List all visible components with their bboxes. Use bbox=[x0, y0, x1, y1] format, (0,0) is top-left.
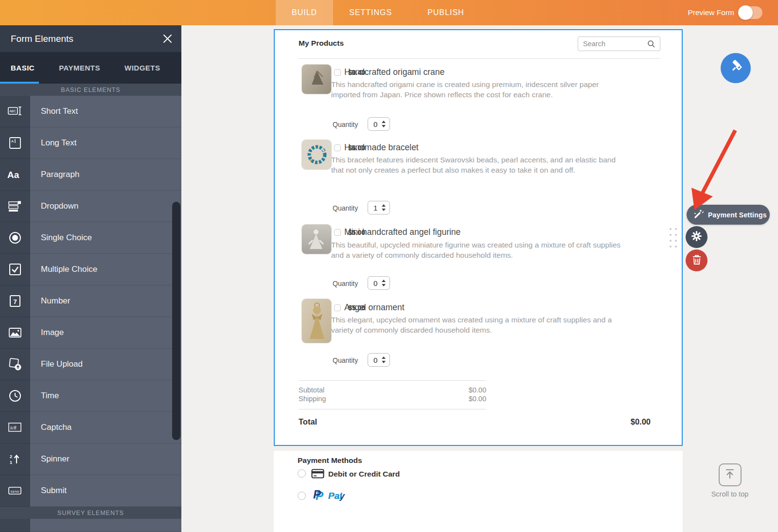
section-header-survey-elements: SURVEY ELEMENTS bbox=[0, 507, 181, 519]
element-multiple-choice[interactable]: Multiple Choice bbox=[0, 254, 181, 285]
element-image[interactable]: Image bbox=[0, 317, 181, 349]
paragraph-icon: Aa bbox=[0, 159, 30, 191]
element-paragraph[interactable]: Aa Paragraph bbox=[0, 159, 181, 191]
trash-icon bbox=[691, 254, 702, 267]
properties-button[interactable] bbox=[686, 226, 707, 248]
quantity-stepper[interactable]: 1 bbox=[368, 201, 390, 214]
gear-icon bbox=[691, 231, 702, 244]
product-description: This beautiful, upcycled miniature figur… bbox=[331, 240, 630, 260]
active-tab-underline bbox=[0, 82, 39, 84]
magic-wand-icon bbox=[693, 209, 704, 221]
scroll-to-top-button[interactable] bbox=[719, 463, 742, 486]
svg-text:SEND: SEND bbox=[11, 490, 20, 493]
credit-card-label: Debit or Credit Card bbox=[328, 470, 400, 479]
product-description: This handcrafted origami crane is create… bbox=[331, 79, 630, 100]
form-elements-panel: Form Elements BASIC PAYMENTS WIDGETS BAS… bbox=[0, 25, 181, 532]
stepper-down-icon[interactable] bbox=[382, 361, 386, 363]
divider bbox=[299, 409, 486, 409]
payment-methods-section[interactable]: Payment Methods Debit or Credit Card PP … bbox=[274, 451, 683, 532]
stepper-up-icon[interactable] bbox=[382, 356, 386, 359]
time-icon bbox=[0, 380, 30, 412]
product-image bbox=[301, 64, 332, 94]
element-spinner[interactable]: 21 Spinner bbox=[0, 443, 181, 475]
element-captcha[interactable]: ic8 Captcha bbox=[0, 412, 181, 443]
element-short-text[interactable]: ABC Short Text bbox=[0, 96, 181, 127]
stepper-down-icon[interactable] bbox=[382, 284, 386, 286]
element-time[interactable]: Time bbox=[0, 380, 181, 412]
quantity-label: Quantity bbox=[333, 204, 362, 212]
element-single-choice[interactable]: Single Choice bbox=[0, 222, 181, 254]
file-upload-icon bbox=[0, 349, 30, 380]
delete-button[interactable] bbox=[686, 249, 707, 271]
my-products-section[interactable]: My Products Handcrafted origami crane$0.… bbox=[274, 29, 683, 446]
svg-text:1: 1 bbox=[10, 460, 12, 465]
panel-tab-widgets[interactable]: WIDGETS bbox=[124, 64, 160, 72]
spinner-icon: 21 bbox=[0, 443, 30, 475]
paypal-radio[interactable] bbox=[298, 492, 306, 500]
subtotal-value: $0.00 bbox=[299, 386, 486, 394]
top-nav-tabs: BUILD SETTINGS PUBLISH bbox=[276, 0, 484, 25]
submit-icon: SEND bbox=[0, 475, 30, 507]
product-image bbox=[301, 140, 332, 170]
product-checkbox[interactable] bbox=[334, 69, 341, 76]
product-checkbox[interactable] bbox=[334, 304, 341, 311]
shipping-value: $0.00 bbox=[299, 395, 486, 403]
dropdown-icon bbox=[0, 191, 30, 222]
products-title: My Products bbox=[299, 39, 344, 48]
stepper-up-icon[interactable] bbox=[382, 280, 386, 282]
multiple-choice-icon bbox=[0, 254, 30, 285]
quantity-label: Quantity bbox=[333, 356, 362, 364]
stepper-down-icon[interactable] bbox=[382, 125, 386, 127]
captcha-icon: ic8 bbox=[0, 412, 30, 443]
search-input[interactable] bbox=[578, 37, 645, 51]
element-long-text[interactable]: A Long Text bbox=[0, 127, 181, 159]
element-dropdown[interactable]: Dropdown bbox=[0, 191, 181, 222]
divider bbox=[299, 58, 660, 59]
product-name: Angel ornament$5.00 bbox=[344, 302, 365, 313]
product-image bbox=[301, 224, 332, 254]
paypal-monogram-icon: PP bbox=[313, 489, 325, 501]
element-file-upload[interactable]: File Upload bbox=[0, 349, 181, 380]
preview-form-label: Preview Form bbox=[688, 8, 734, 17]
tab-build[interactable]: BUILD bbox=[276, 0, 333, 25]
product-name: Handcrafted origami crane$0.40 bbox=[344, 67, 365, 77]
divider bbox=[299, 380, 486, 381]
toggle-knob bbox=[738, 5, 753, 20]
product-checkbox[interactable] bbox=[334, 229, 341, 236]
product-description: This bracelet features iridescent Swarov… bbox=[331, 155, 630, 175]
drag-dots-icon[interactable] bbox=[670, 228, 677, 248]
image-icon bbox=[0, 317, 30, 349]
svg-text:7: 7 bbox=[14, 298, 17, 305]
preview-form-toggle[interactable] bbox=[739, 6, 762, 19]
number-icon: 7 bbox=[0, 285, 30, 317]
svg-text:ABC: ABC bbox=[10, 109, 17, 113]
quantity-stepper[interactable]: 0 bbox=[368, 117, 390, 131]
short-text-icon: ABC bbox=[0, 96, 30, 127]
scroll-to-top: Scroll to top bbox=[701, 463, 759, 498]
element-number[interactable]: 7 Number bbox=[0, 285, 181, 317]
panel-tab-payments[interactable]: PAYMENTS bbox=[59, 64, 100, 72]
panel-tab-basic[interactable]: BASIC bbox=[11, 64, 35, 72]
scroll-to-top-label: Scroll to top bbox=[701, 490, 759, 498]
quantity-label: Quantity bbox=[333, 280, 362, 287]
stepper-up-icon[interactable] bbox=[382, 121, 386, 123]
payment-settings-button[interactable]: Payment Settings bbox=[687, 205, 770, 225]
element-row-partial bbox=[0, 519, 181, 532]
product-description: This elegant, upcycled ornament was crea… bbox=[331, 315, 630, 335]
quantity-stepper[interactable]: 0 bbox=[368, 276, 390, 290]
close-icon[interactable] bbox=[162, 34, 173, 44]
stepper-up-icon[interactable] bbox=[382, 204, 386, 207]
element-submit[interactable]: SEND Submit bbox=[0, 475, 181, 507]
total-value: $0.00 bbox=[299, 417, 651, 426]
svg-text:ic8: ic8 bbox=[10, 425, 16, 430]
tab-settings[interactable]: SETTINGS bbox=[333, 0, 408, 25]
form-designer-button[interactable] bbox=[721, 53, 751, 83]
stepper-down-icon[interactable] bbox=[382, 209, 386, 211]
credit-card-radio[interactable] bbox=[298, 469, 306, 478]
quantity-label: Quantity bbox=[333, 121, 362, 128]
sidebar-scrollbar[interactable] bbox=[172, 202, 180, 440]
tab-publish[interactable]: PUBLISH bbox=[408, 0, 483, 25]
arrow-up-icon bbox=[724, 468, 736, 482]
product-checkbox[interactable] bbox=[334, 144, 341, 151]
quantity-stepper[interactable]: 0 bbox=[368, 353, 390, 367]
